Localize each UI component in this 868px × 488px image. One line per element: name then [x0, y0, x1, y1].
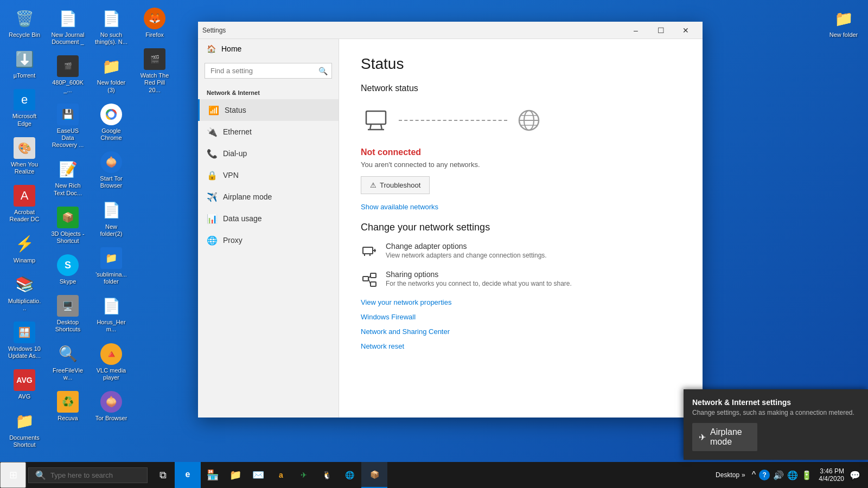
settings-main-content: Status Network status [339, 39, 703, 418]
sidebar-item-status[interactable]: 📶 Status [198, 99, 339, 121]
icon-windows-10-update[interactable]: 🪟 Windows 10 Update As... [5, 319, 43, 362]
warning-icon: ⚠ [370, 181, 376, 189]
browser-taskbar-button[interactable]: 🌐 [339, 462, 360, 488]
airplane-mode-tile[interactable]: ✈ Airplane mode [692, 423, 757, 451]
network-status-title: Network status [361, 84, 681, 93]
settings-search-input[interactable] [205, 63, 332, 79]
icon-multiplication[interactable]: 📚 Multiplicatio... [5, 272, 43, 314]
tray-chevron[interactable]: ^ [752, 470, 756, 480]
notifications-button[interactable]: 💬 [846, 470, 864, 480]
explorer-taskbar-button[interactable]: 📁 [225, 462, 246, 488]
minimize-button[interactable]: – [623, 23, 648, 38]
icon-winamp[interactable]: ⚡ Winamp [5, 231, 43, 266]
page-title: Status [361, 55, 681, 73]
taskbar-search-input[interactable] [50, 471, 141, 479]
amazon-taskbar-button[interactable]: a [270, 462, 292, 488]
airplane-mode-icon: ✈️ [207, 191, 218, 202]
icon-480p[interactable]: 🎬 480P_600K_... [49, 53, 87, 95]
desktop-label: Desktop [716, 471, 739, 479]
icon-documents-shortcut[interactable]: 📁 Documents Shortcut [5, 408, 43, 451]
taskbar-search-icon: 🔍 [35, 470, 46, 480]
adapter-options-title: Change adapter options [386, 242, 547, 251]
adapter-options-item: Change adapter options View network adap… [361, 242, 681, 260]
icon-new-folder-3[interactable]: 📁 New folder (3) [92, 53, 130, 95]
network-reset-link[interactable]: Network reset [361, 342, 681, 350]
taskbar-right-area: Desktop » ^ ? 🔊 🌐 🔋 3:46 PM 4/4/2020 💬 [711, 467, 868, 483]
sidebar-item-vpn[interactable]: 🔒 VPN [198, 164, 339, 186]
sidebar-item-proxy[interactable]: 🌐 Proxy [198, 229, 339, 251]
icon-new-journal-doc[interactable]: 📄 New Journal Document _ [49, 5, 87, 48]
taskbar: ⊞ 🔍 ⧉ e 🏪 📁 ✉️ a ✈ 🐧 🌐 📦 Desktop » ^ ? 🔊 [0, 462, 868, 488]
mail-taskbar-button[interactable]: ✉️ [247, 462, 269, 488]
icon-sublimina-folder[interactable]: 📁 'sublimina... folder [92, 245, 130, 287]
svg-rect-18 [371, 273, 376, 278]
battery-icon[interactable]: 🔋 [801, 470, 812, 480]
store-taskbar-button[interactable]: 🏪 [202, 462, 224, 488]
icon-easeus[interactable]: 💾 EaseUS Data Recovery ... [49, 101, 87, 151]
icon-firefox[interactable]: 🦊 Firefox [136, 5, 174, 41]
search-icon: 🔍 [318, 67, 328, 75]
icon-watch-red-pill[interactable]: 🎬 Watch The Red Pill 20... [136, 46, 174, 96]
tripadvisor-taskbar-button[interactable]: ✈ [293, 462, 315, 488]
icon-recycle-bin[interactable]: 🗑️ Recycle Bin [5, 5, 43, 41]
sidebar-section-title: Network & Internet [198, 83, 339, 99]
network-tray-icon[interactable]: 🌐 [787, 470, 798, 480]
show-networks-link[interactable]: Show available networks [361, 203, 681, 211]
taskbar-search-container[interactable]: 🔍 [28, 467, 148, 483]
icon-utorrent[interactable]: ⬇️ µTorrent [5, 46, 43, 81]
sidebar-item-data-usage[interactable]: 📊 Data usage [198, 208, 339, 229]
icon-no-such-thing[interactable]: 📄 No such thing(s). N... [92, 5, 130, 48]
clock-date: 4/4/2020 [819, 475, 844, 483]
sidebar-item-dialup[interactable]: 📞 Dial-up [198, 143, 339, 164]
adapter-options-desc: View network adapters and change connect… [386, 252, 547, 259]
maximize-button[interactable]: ☐ [648, 23, 673, 38]
volume-icon[interactable]: 🔊 [773, 470, 784, 480]
icon-desktop-shortcuts[interactable]: 🖥️ Desktop Shortcuts [49, 293, 87, 335]
adapter-options-text: Change adapter options View network adap… [386, 242, 547, 259]
svg-rect-3 [366, 111, 386, 124]
help-icon[interactable]: ? [759, 470, 770, 480]
links-section: View your network properties Windows Fir… [361, 298, 681, 350]
icon-skype[interactable]: S Skype [49, 252, 87, 287]
icon-horus-herm[interactable]: 📄 Horus_Herm... [92, 293, 130, 335]
icon-freefileview[interactable]: 🔍 FreeFileView... [49, 341, 87, 383]
sidebar-item-ethernet[interactable]: 🔌 Ethernet [198, 121, 339, 143]
proxy-label: Proxy [223, 236, 242, 245]
icon-new-folder-2[interactable]: 📄 New folder(2) [92, 197, 130, 240]
taskbar-clock[interactable]: 3:46 PM 4/4/2020 [819, 467, 844, 483]
ethernet-icon: 🔌 [207, 126, 218, 137]
connection-desc: You aren't connected to any networks. [361, 160, 681, 169]
edge-taskbar-button[interactable]: e [175, 462, 201, 488]
ethernet-label: Ethernet [223, 127, 252, 136]
task-view-button[interactable]: ⧉ [152, 462, 174, 488]
network-properties-link[interactable]: View your network properties [361, 298, 681, 306]
icon-start-tor-browser[interactable]: 🧅 Start Tor Browser [92, 149, 130, 191]
notification-desc: Change settings, such as making a connec… [692, 409, 859, 416]
globe-icon [513, 104, 545, 137]
icon-google-chrome[interactable]: Google Chrome [92, 101, 130, 144]
windows-firewall-link[interactable]: Windows Firewall [361, 313, 681, 321]
ubuntu-taskbar-button[interactable]: 🐧 [316, 462, 337, 488]
network-sharing-center-link[interactable]: Network and Sharing Center [361, 328, 681, 336]
icon-new-rich-text[interactable]: 📝 New Rich Text Doc... [49, 156, 87, 198]
svg-line-4 [370, 124, 371, 130]
close-button[interactable]: ✕ [673, 23, 698, 38]
amazon2-taskbar-button[interactable]: 📦 [361, 462, 387, 488]
sidebar-home[interactable]: 🏠 Home [198, 39, 339, 59]
icon-acrobat-reader[interactable]: A Acrobat Reader DC [5, 183, 43, 225]
notification-popup: Network & Internet settings Change setti… [684, 389, 868, 460]
icon-new-folder-top[interactable]: 📁 New folder [825, 5, 863, 41]
icon-3d-objects[interactable]: 📦 3D Objects - Shortcut [49, 204, 87, 247]
icon-avg[interactable]: AVG AVG [5, 367, 43, 402]
start-button[interactable]: ⊞ [0, 462, 26, 488]
icon-microsoft-edge[interactable]: e Microsoft Edge [5, 87, 43, 129]
icon-tor-browser[interactable]: 🧅 Tor Browser [92, 389, 130, 424]
icon-recuva[interactable]: ♻️ Recuva [49, 389, 87, 424]
desktop-icons-container: 🗑️ Recycle Bin ⬇️ µTorrent e Microsoft E… [0, 0, 174, 461]
sidebar-item-airplane-mode[interactable]: ✈️ Airplane mode [198, 186, 339, 208]
icon-when-you-realize[interactable]: 🎨 When You Realize [5, 135, 43, 177]
window-controls: – ☐ ✕ [623, 23, 698, 38]
icon-vlc-media-player[interactable]: 🔺 VLC media player [92, 341, 130, 383]
troubleshoot-button[interactable]: ⚠ Troubleshoot [361, 176, 430, 194]
clock-time: 3:46 PM [820, 467, 844, 475]
